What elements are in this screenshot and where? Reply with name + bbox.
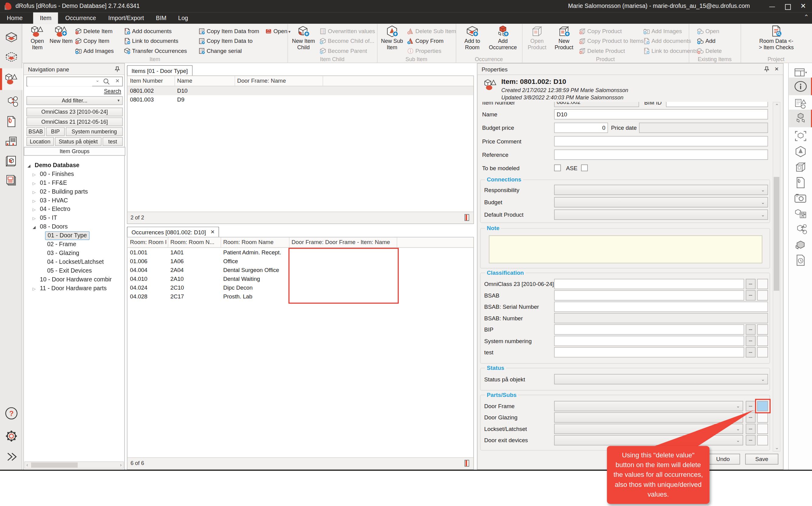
system-numbering-clear-button[interactable] (757, 336, 768, 346)
existing-add-button[interactable]: Add (697, 37, 716, 47)
expander-icon[interactable]: ▷ (32, 188, 36, 197)
new-item-button[interactable]: New Item (49, 25, 73, 56)
column-header[interactable]: Room: Room N... (171, 237, 219, 247)
copy-product-to-items-button[interactable]: Copy Product to Items (579, 37, 644, 47)
close-panel-icon[interactable]: ✕ (774, 64, 779, 75)
scroll-thumb[interactable] (31, 462, 78, 468)
bim-object-tab-icon[interactable] (789, 128, 812, 144)
tree-node[interactable]: ▷00 - Finishes (24, 170, 74, 178)
maximize-button[interactable] (780, 0, 796, 12)
name-field[interactable] (554, 109, 768, 119)
tree-node[interactable]: ▷11 - Door Hardware parts (24, 284, 107, 293)
product-add-documents-button[interactable]: Add documents (643, 37, 691, 47)
open-web-button[interactable]: Open▾ (265, 27, 290, 37)
report-book-icon[interactable] (465, 460, 469, 467)
filter-omniclass23-button[interactable]: OmniClass 23 [2010-06-24] (26, 107, 123, 116)
expander-icon[interactable]: ▷ (32, 170, 36, 179)
link-documents-button[interactable]: Link to documents (124, 37, 178, 47)
expander-icon[interactable]: ▷ (32, 197, 36, 205)
open-product-button[interactable]: Open Product (524, 25, 550, 56)
copy-item-data-from-button[interactable]: Copy Item Data from (198, 27, 259, 37)
tab-home[interactable]: Home (0, 12, 29, 24)
tree-node[interactable]: 03 - Glazing (24, 249, 79, 258)
tab-log[interactable]: Log (171, 12, 195, 24)
overwritten-values-button[interactable]: Overwritten values (320, 27, 375, 37)
add-documents-button[interactable]: Add documents (124, 27, 172, 37)
close-tab-icon[interactable]: ✕ (210, 227, 215, 237)
connections-tab-icon[interactable] (789, 222, 812, 237)
tab-item[interactable]: Item (33, 12, 58, 24)
sub-items-tab-icon[interactable] (789, 144, 812, 159)
tree-node[interactable]: ▷05 - IT (24, 214, 57, 223)
tree-node-doors[interactable]: ◢08 - Doors (24, 223, 68, 231)
expand-sidebar-icon[interactable] (0, 447, 22, 467)
item-groups-header[interactable]: Item Groups (24, 147, 125, 156)
copy-from-button[interactable]: Copy From (407, 37, 444, 47)
scroll-up-icon[interactable]: ⌃ (774, 103, 779, 109)
new-sub-item-button[interactable]: New Sub Item (379, 25, 405, 56)
omniclass23-clear-button[interactable] (757, 279, 768, 289)
search-link[interactable]: Search (104, 88, 121, 94)
history-log-tab-icon[interactable] (789, 253, 812, 268)
add-images-button[interactable]: Add Images (75, 47, 114, 56)
sidebar-items-icon[interactable] (0, 68, 22, 90)
item-number-field[interactable] (554, 102, 639, 107)
expander-icon[interactable]: ▷ (32, 179, 36, 188)
bsab-serial-number-field[interactable] (554, 302, 768, 312)
sidebar-product-catalog-icon[interactable] (0, 151, 22, 171)
properties-scrollbar[interactable]: ⌃ ⌄ (773, 102, 781, 451)
save-button[interactable]: Save (745, 454, 778, 465)
tab-import-export[interactable]: Import/Export (102, 12, 151, 24)
sidebar-occurrences-icon[interactable] (0, 92, 22, 112)
system-numbering-field[interactable] (554, 336, 744, 346)
filter-bsab-button[interactable]: BSAB (26, 127, 45, 136)
room-data-item-checks-button[interactable]: Room Data <-> Item Checks (754, 25, 798, 56)
product-add-images-button[interactable]: Add Images (643, 27, 682, 37)
search-icon[interactable] (103, 78, 110, 85)
delete-sub-item-button[interactable]: Delete Sub Item (407, 27, 456, 37)
images-tab-icon[interactable] (789, 190, 812, 206)
bim-id-field[interactable] (666, 102, 768, 107)
tree-node[interactable]: 02 - Frame (24, 240, 76, 249)
copy-item-data-to-button[interactable]: Copy Item Data to (198, 37, 253, 47)
filter-status-objekt-button[interactable]: Status på objekt (55, 137, 101, 146)
price-date-field[interactable] (639, 122, 768, 133)
bsab-field[interactable] (554, 290, 744, 301)
filter-omniclass21-button[interactable]: OmniClass 21 [2012-05-16] (26, 117, 123, 126)
responsibility-dropdown[interactable]: ⌄ (554, 185, 768, 195)
products-tab-icon[interactable] (789, 159, 812, 175)
scroll-left-icon[interactable]: ‹ (26, 462, 28, 468)
bsab-clear-button[interactable] (757, 290, 768, 301)
column-header[interactable]: Item Number (130, 76, 163, 86)
open-item-button[interactable]: Open Item (25, 25, 49, 56)
sidebar-documents-icon[interactable] (0, 112, 22, 132)
delete-item-button[interactable]: Delete Item (75, 27, 113, 37)
table-row[interactable]: 0801.002 D10 (128, 86, 473, 95)
system-numbering-more-button[interactable]: ••• (746, 336, 755, 346)
expander-icon[interactable]: ▷ (32, 205, 36, 214)
filter-test-button[interactable]: test (103, 137, 123, 146)
pin-icon[interactable] (114, 66, 120, 72)
report-book-icon[interactable] (465, 214, 469, 221)
info-tab-icon[interactable] (789, 78, 812, 95)
tree-node[interactable]: ▷02 - Building parts (24, 187, 88, 196)
transfer-occurrences-button[interactable]: Transfer Occurrences (124, 47, 187, 56)
tree-node-door-type-selected[interactable]: 01 - Door Type (24, 231, 89, 240)
bsab-more-button[interactable]: ••• (746, 290, 755, 301)
test-field[interactable] (554, 347, 744, 357)
new-item-child-button[interactable]: New Item Child (290, 25, 318, 56)
documents-tab-icon[interactable] (789, 175, 812, 190)
filter-bip-button[interactable]: BIP (46, 127, 65, 136)
search-clear-icon[interactable]: ✕ (115, 78, 120, 84)
undo-button[interactable]: Undo (706, 454, 740, 465)
status-pa-objekt-dropdown[interactable]: ⌄ (554, 374, 768, 385)
become-parent-button[interactable]: Become Parent (320, 47, 367, 56)
expander-icon[interactable]: ▷ (32, 214, 36, 223)
occurrences-tab[interactable]: Occurrences [0801.002: D10]✕ (127, 227, 219, 238)
product-matrix-tab-icon[interactable] (789, 206, 812, 221)
copy-product-button[interactable]: Copy Product (579, 27, 622, 37)
change-serial-button[interactable]: Change serial (198, 47, 242, 56)
help-icon[interactable]: ? (0, 404, 22, 423)
become-child-of-button[interactable]: Become Child of... (320, 37, 374, 47)
expander-icon[interactable]: ◢ (27, 161, 30, 170)
